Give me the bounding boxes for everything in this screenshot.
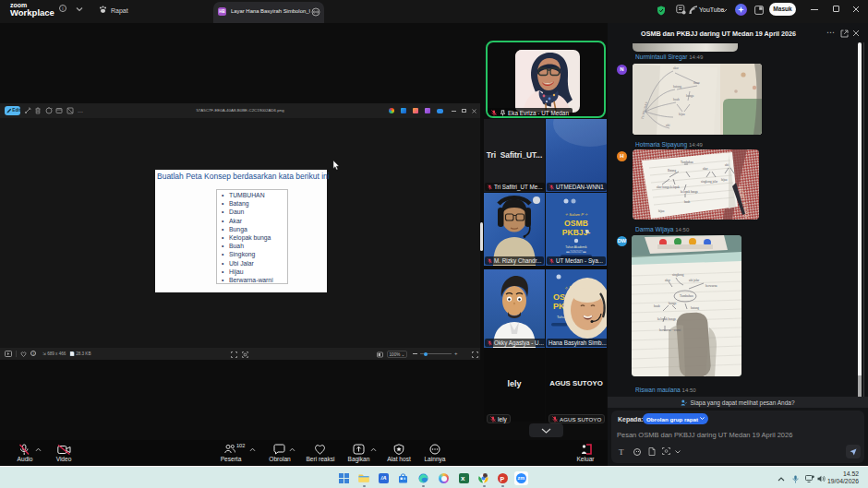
svg-text:bunga: bunga — [669, 302, 677, 305]
svg-text:akar: akar — [665, 279, 671, 282]
svg-text:buah: buah — [654, 304, 660, 308]
svg-text:akar bunga kelopak: akar bunga kelopak — [657, 185, 680, 189]
svg-text:hijau: hijau — [679, 113, 685, 116]
svg-text:buah: buah — [684, 200, 691, 204]
svg-text:Tahun Akademik: Tahun Akademik — [565, 245, 587, 249]
svg-text:Tumbuhan: Tumbuhan — [681, 161, 693, 164]
svg-text:ubi: ubi — [725, 163, 729, 167]
svg-text:Batang: Batang — [668, 169, 676, 173]
svg-text:batang: batang — [673, 85, 681, 89]
svg-text:berwarna - warni: berwarna - warni — [659, 328, 681, 332]
svg-text:bunga: bunga — [686, 94, 694, 98]
svg-text:berwarna: berwarna — [705, 284, 717, 288]
svg-text:akar: akar — [673, 66, 680, 70]
svg-text:Tumbuhan: Tumbuhan — [680, 294, 693, 298]
svg-text:batang: batang — [691, 306, 699, 310]
svg-text:hijau: hijau — [721, 178, 728, 182]
svg-text:daun: daun — [693, 81, 700, 85]
svg-text:■■ 2026/2027 ■■: ■■ 2026/2027 ■■ — [566, 250, 586, 254]
svg-text:singkong: singkong — [672, 273, 684, 277]
svg-text:buah: buah — [673, 98, 680, 101]
svg-text:kelopak bunga: kelopak bunga — [657, 317, 676, 321]
svg-text:OSMB: OSMB — [564, 219, 588, 228]
svg-text:✧ Salam P ✧: ✧ Salam P ✧ — [564, 212, 588, 217]
svg-text:ubi: ubi — [666, 124, 669, 127]
svg-text:kelopak bunga: kelopak bunga — [681, 190, 698, 194]
svg-text:hijau: hijau — [658, 209, 665, 213]
svg-text:akar: akar — [703, 167, 708, 171]
svg-text:ubi jalar: ubi jalar — [689, 279, 700, 282]
svg-text:singkong jalar: singkong jalar — [701, 180, 718, 184]
